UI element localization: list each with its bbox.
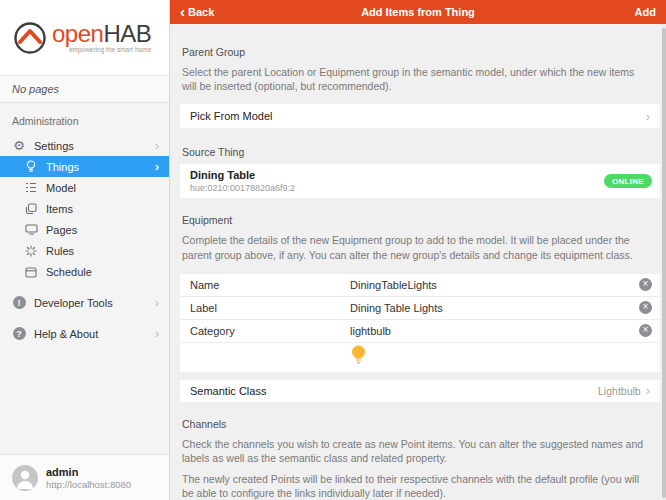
- chevron-right-icon: ›: [155, 160, 159, 174]
- avatar: [12, 465, 38, 491]
- logo-tagline: empowering the smart home: [52, 47, 151, 54]
- back-button[interactable]: ‹ Back: [180, 6, 214, 18]
- semantic-class-row[interactable]: Semantic Class Lightbulb ›: [180, 380, 660, 402]
- add-button[interactable]: Add: [635, 6, 656, 18]
- name-field-label: Name: [190, 279, 350, 291]
- scrollbar-thumb[interactable]: [662, 28, 666, 498]
- clear-category-icon[interactable]: ×: [639, 324, 652, 337]
- equipment-form: Name × Label × Category ×: [180, 274, 660, 372]
- channels-title: Channels: [182, 418, 648, 430]
- thing-uid: hue:0210:00178820a6f9:2: [190, 183, 295, 193]
- model-tree-icon: [24, 181, 38, 195]
- administration-section-label: Administration: [12, 115, 169, 127]
- logo-hab-text: HAB: [103, 20, 151, 47]
- sidebar-item-label: Schedule: [46, 266, 169, 278]
- sidebar-menu: Administration ⚙ Settings › Things ›: [0, 103, 169, 454]
- chevron-right-icon: ›: [155, 296, 159, 310]
- pick-from-model-button[interactable]: Pick From Model ›: [180, 104, 660, 128]
- main-panel: ‹ Back Add Items from Thing Add Parent G…: [170, 0, 666, 500]
- sidebar-item-label: Help & About: [34, 328, 155, 340]
- chevron-right-icon: ›: [646, 109, 650, 124]
- sidebar-item-label: Pages: [46, 224, 169, 236]
- sidebar-item-label: Things: [46, 161, 155, 173]
- back-chevron-icon: ‹: [180, 6, 185, 18]
- no-pages-label: No pages: [0, 76, 169, 103]
- sidebar-item-pages[interactable]: Pages: [0, 219, 169, 240]
- thing-name: Dining Table: [190, 169, 295, 181]
- equipment-description: Complete the details of the new Equipmen…: [182, 233, 648, 261]
- sidebar-item-developer-tools[interactable]: ! Developer Tools ›: [0, 292, 169, 313]
- name-input[interactable]: [350, 279, 639, 291]
- sidebar-item-rules[interactable]: Rules: [0, 240, 169, 261]
- equipment-title: Equipment: [182, 214, 648, 226]
- clear-label-icon[interactable]: ×: [639, 301, 652, 314]
- sidebar-item-label: Rules: [46, 245, 169, 257]
- sidebar-item-label: Settings: [34, 140, 155, 152]
- user-server-url: http://localhost:8080: [46, 479, 131, 490]
- parent-group-description: Select the parent Location or Equipment …: [182, 65, 648, 93]
- sidebar-item-model[interactable]: Model: [0, 177, 169, 198]
- label-field-row: Label ×: [180, 297, 660, 320]
- parent-group-title: Parent Group: [182, 46, 648, 58]
- source-thing-title: Source Thing: [182, 146, 648, 158]
- category-field-label: Category: [190, 325, 350, 337]
- channels-description-1: Check the channels you wish to create as…: [182, 437, 648, 465]
- label-field-label: Label: [190, 302, 350, 314]
- sidebar-item-help-about[interactable]: ? Help & About ›: [0, 323, 169, 344]
- lightbulb-icon: [24, 160, 38, 174]
- semantic-class-value: Lightbulb: [598, 385, 641, 397]
- back-label: Back: [188, 6, 214, 18]
- category-field-row: Category ×: [180, 320, 660, 343]
- sidebar-item-label: Model: [46, 182, 169, 194]
- sidebar-item-things[interactable]: Things ›: [0, 156, 169, 177]
- status-badge: ONLINE: [604, 174, 652, 188]
- sidebar-item-schedule[interactable]: Schedule: [0, 261, 169, 282]
- items-copy-icon: [24, 202, 38, 216]
- exclamation-circle-icon: !: [12, 296, 26, 310]
- logo-open-text: open: [52, 20, 103, 47]
- sidebar-item-label: Developer Tools: [34, 297, 155, 309]
- chevron-right-icon: ›: [155, 327, 159, 341]
- pick-from-model-label: Pick From Model: [190, 110, 273, 122]
- monitor-icon: [24, 223, 38, 237]
- chevron-right-icon: ›: [646, 383, 650, 398]
- openhab-logo-icon: [12, 20, 48, 56]
- gear-icon: ⚙: [12, 139, 26, 153]
- lightbulb-preview-icon: [350, 344, 367, 370]
- clear-name-icon[interactable]: ×: [639, 278, 652, 291]
- category-input[interactable]: [350, 325, 639, 337]
- user-name: admin: [46, 466, 131, 478]
- sidebar-item-items[interactable]: Items: [0, 198, 169, 219]
- source-thing-row: Dining Table hue:0210:00178820a6f9:2 ONL…: [180, 164, 660, 198]
- scrollbar-track[interactable]: [662, 24, 666, 500]
- navbar: ‹ Back Add Items from Thing Add: [170, 0, 666, 24]
- content-area: Parent Group Select the parent Location …: [170, 24, 666, 500]
- calendar-icon: [24, 265, 38, 279]
- name-field-row: Name ×: [180, 274, 660, 297]
- channels-description-2: The newly created Points will be linked …: [182, 472, 648, 500]
- label-input[interactable]: [350, 302, 639, 314]
- sidebar-item-settings[interactable]: ⚙ Settings ›: [0, 135, 169, 156]
- sidebar-item-label: Items: [46, 203, 169, 215]
- page-title: Add Items from Thing: [170, 6, 666, 18]
- openhab-logo: openHAB empowering the smart home: [0, 0, 169, 76]
- chevron-right-icon: ›: [155, 139, 159, 153]
- category-icon-preview: [180, 343, 660, 372]
- semantic-class-label: Semantic Class: [190, 385, 266, 397]
- question-circle-icon: ?: [12, 327, 26, 341]
- user-account[interactable]: admin http://localhost:8080: [0, 454, 169, 500]
- sidebar: openHAB empowering the smart home No pag…: [0, 0, 170, 500]
- sparkle-icon: [24, 244, 38, 258]
